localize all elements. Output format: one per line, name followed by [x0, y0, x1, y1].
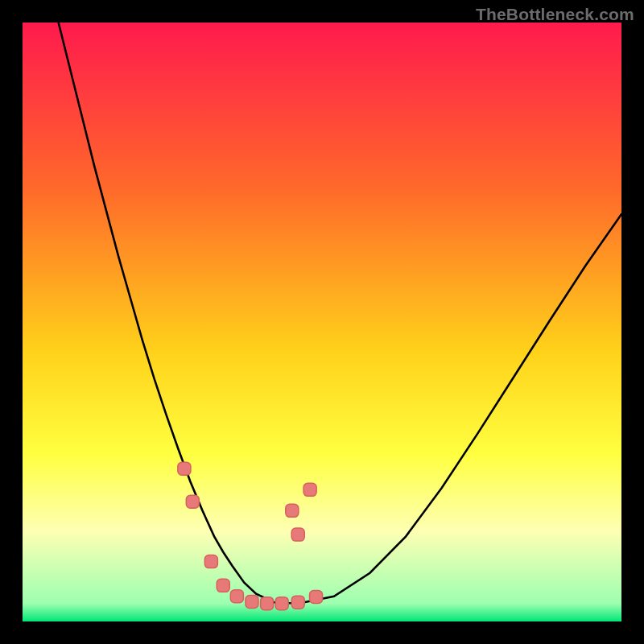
curve-marker — [204, 555, 217, 568]
curve-marker — [303, 483, 316, 496]
curve-marker — [178, 462, 191, 475]
curve-marker — [217, 579, 229, 592]
chart-frame — [23, 23, 621, 621]
gradient-background — [23, 23, 621, 621]
curve-marker — [291, 528, 304, 541]
curve-marker — [230, 590, 243, 603]
watermark-text: TheBottleneck.com — [476, 5, 634, 24]
curve-marker — [310, 591, 323, 604]
gradient-rect — [23, 23, 621, 621]
chart-svg — [23, 23, 621, 621]
curve-marker — [275, 597, 288, 610]
curve-marker — [286, 504, 299, 517]
curve-marker — [261, 597, 274, 610]
curve-marker — [291, 596, 304, 609]
curve-marker — [186, 495, 199, 508]
curve-marker — [246, 595, 258, 608]
